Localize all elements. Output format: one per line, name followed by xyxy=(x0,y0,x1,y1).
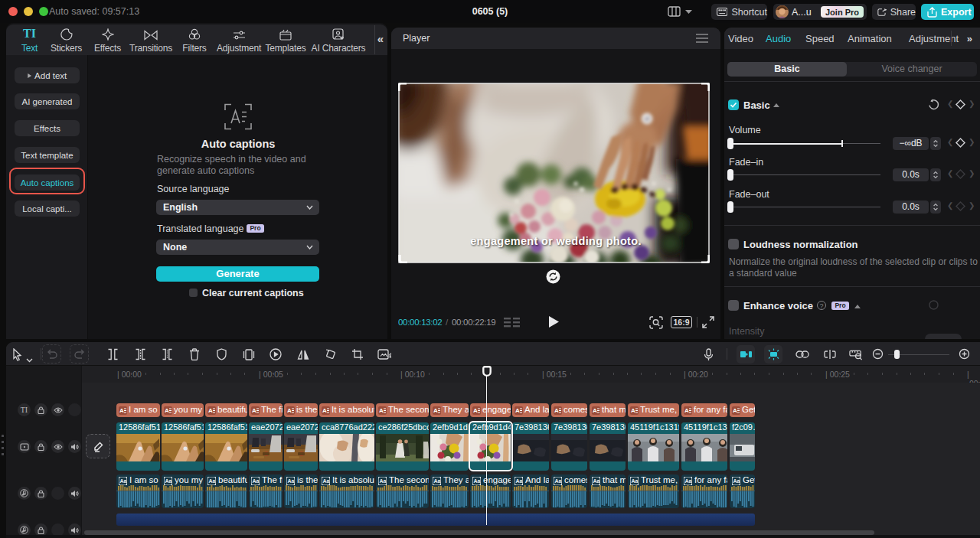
svg-text:Aa: Aa xyxy=(474,478,481,484)
svg-text:A: A xyxy=(379,407,384,414)
svg-text:Aa: Aa xyxy=(685,478,692,484)
svg-text:A: A xyxy=(554,407,559,414)
svg-text:Aa: Aa xyxy=(209,478,216,484)
svg-text:A: A xyxy=(473,407,478,414)
svg-text:Aa: Aa xyxy=(516,478,523,484)
svg-text:A: A xyxy=(252,407,256,414)
svg-text:Aa: Aa xyxy=(253,478,260,484)
svg-text:Aa: Aa xyxy=(555,478,562,484)
svg-text:Aa: Aa xyxy=(288,478,295,484)
svg-text:A: A xyxy=(165,407,169,414)
svg-text:A: A xyxy=(287,407,292,414)
svg-text:Aa: Aa xyxy=(733,478,740,484)
svg-text:engagement or wedding photo.: engagement or wedding photo. xyxy=(470,235,641,247)
svg-text:A: A xyxy=(515,407,520,414)
svg-text:A: A xyxy=(433,407,438,414)
svg-text:Aa: Aa xyxy=(632,478,639,484)
svg-text:Aa: Aa xyxy=(165,478,172,484)
svg-text:Aa: Aa xyxy=(593,478,600,484)
svg-text:A: A xyxy=(119,407,124,414)
svg-text:A: A xyxy=(631,407,635,414)
svg-text:A: A xyxy=(733,407,737,414)
svg-text:A: A xyxy=(322,407,327,414)
svg-text:A: A xyxy=(593,407,597,414)
svg-text:Aa: Aa xyxy=(380,478,387,484)
svg-text:Aa: Aa xyxy=(323,478,330,484)
svg-text:Aa: Aa xyxy=(434,478,441,484)
svg-text:Aa: Aa xyxy=(120,478,127,484)
svg-text:A: A xyxy=(684,407,689,414)
svg-text:A: A xyxy=(208,407,213,414)
